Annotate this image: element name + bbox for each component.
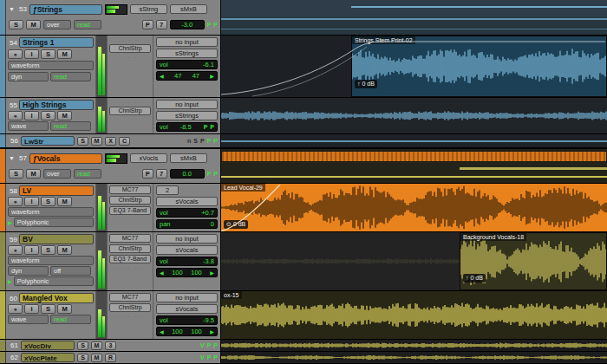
empty-insert-slots[interactable]: · · · — [109, 55, 151, 60]
volume-readout[interactable]: vol-8.5PP — [156, 122, 218, 132]
lead-vocal-lane[interactable]: Lead Vocal-29 ⊙0 dB — [221, 184, 607, 231]
solo-button[interactable]: S — [9, 169, 23, 179]
dyn-selector[interactable]: dyn — [8, 72, 49, 81]
input-monitor-button[interactable]: I — [24, 304, 39, 314]
empty-insert-slots[interactable]: · · · — [109, 37, 151, 42]
track-name[interactable]: Strings 1 — [19, 37, 94, 48]
record-arm-button[interactable]: ● — [8, 245, 23, 255]
volume-readout[interactable]: vol-6.1 — [156, 60, 218, 69]
insert-chnlstrp[interactable]: ChnlStrp — [109, 44, 151, 53]
output-selector[interactable]: sStrng — [130, 4, 167, 14]
input-selector[interactable]: no input — [156, 100, 218, 109]
insert-mc77[interactable]: MC77 — [109, 293, 151, 302]
track-name[interactable]: ƒVocals — [29, 153, 102, 164]
bv-lane[interactable]: Background Vocals-18 ↑0 dB — [221, 232, 607, 290]
input-selector[interactable]: no input — [156, 37, 218, 47]
automation-mode[interactable]: off — [50, 266, 91, 276]
input-monitor-button[interactable]: I — [24, 49, 39, 59]
volume-readout[interactable]: -3.0 — [170, 20, 205, 29]
audio-region-bg-vocals[interactable]: Background Vocals-18 ↑0 dB — [460, 232, 607, 290]
input-selector[interactable]: no input — [156, 234, 218, 244]
mute-button[interactable]: M — [26, 169, 41, 179]
output-selector[interactable]: xVocls — [130, 153, 167, 163]
track-view-selector[interactable]: wave — [8, 121, 49, 131]
insert-chnlstrp[interactable]: ChnlStrp — [109, 303, 151, 312]
high-strings-lane[interactable] — [221, 98, 607, 133]
volume-readout[interactable]: 0.0 — [170, 169, 205, 179]
track-name[interactable]: LV — [19, 185, 94, 196]
output-selector[interactable]: sStrings — [156, 111, 218, 120]
lwstr-lane[interactable] — [221, 134, 607, 147]
track-name[interactable]: ƒStrings — [29, 4, 102, 15]
elastic-audio-selector[interactable]: Polyphonic — [14, 276, 94, 286]
automation-read[interactable]: read — [74, 169, 101, 179]
mini-button-x[interactable]: X — [105, 137, 116, 146]
track-name[interactable]: BV — [19, 234, 94, 244]
solo-button[interactable]: S — [9, 20, 23, 29]
pan-link-button[interactable]: 7 — [156, 169, 167, 179]
insert-eq3[interactable]: EQ3 7-Band — [109, 255, 151, 263]
output-selector[interactable]: sVocals — [156, 304, 218, 314]
mute-button[interactable]: M — [26, 20, 41, 29]
volume-readout[interactable]: vol-3.8 — [156, 257, 218, 266]
input-monitor-button[interactable]: I — [24, 245, 39, 255]
automation-mode[interactable]: over — [43, 20, 71, 29]
automation-mode[interactable]: over — [43, 169, 71, 179]
record-arm-button[interactable]: ● — [8, 111, 23, 120]
folder-disclosure-icon[interactable]: ▼ — [9, 6, 15, 12]
mute-button[interactable]: M — [57, 304, 72, 314]
empty-insert-slots[interactable]: · · · — [109, 100, 151, 105]
automation-read[interactable]: read — [74, 20, 101, 29]
pan-link-button[interactable]: 7 — [156, 20, 167, 29]
insert-eq3[interactable]: EQ3 7-Band — [109, 206, 151, 215]
empty-insert-slots[interactable]: · · · — [109, 265, 151, 270]
dyn-selector[interactable]: dyn — [8, 266, 49, 276]
record-arm-button[interactable]: ● — [8, 304, 23, 314]
track-view-selector[interactable]: waveform — [8, 61, 94, 70]
clip-gain-badge[interactable]: ↑0 dB — [463, 274, 486, 283]
pan-button[interactable]: P — [142, 169, 153, 179]
track-name[interactable]: xVocDiv — [21, 341, 75, 350]
solo-button[interactable]: S — [41, 245, 55, 255]
folder-disclosure-icon[interactable]: ▼ — [9, 155, 15, 161]
bus-selector[interactable]: sMxB — [170, 4, 207, 14]
xvocplate-lane[interactable] — [221, 352, 607, 363]
mute-button[interactable]: M — [91, 354, 102, 362]
track-view-selector[interactable]: wave — [8, 315, 49, 324]
volume-readout[interactable]: vol+0.7 — [156, 208, 218, 218]
track-view-selector[interactable]: waveform — [8, 207, 94, 217]
pan-readout[interactable]: pan0 — [156, 219, 218, 229]
mini-button-3[interactable]: 3 — [105, 341, 116, 350]
track-name[interactable]: xVocPlate — [21, 353, 75, 362]
insert-mc77[interactable]: MC77 — [109, 234, 151, 243]
output-selector[interactable]: sVocals — [156, 197, 218, 206]
pan-button[interactable]: P — [142, 20, 153, 29]
automation-mode[interactable]: read — [50, 315, 91, 324]
insert-chnlstrp[interactable]: ChnlStrp — [109, 107, 151, 115]
mangled-vox-lane[interactable]: ox-15 — [221, 291, 607, 339]
folder-strings-lane[interactable] — [221, 0, 607, 35]
xvocdiv-lane[interactable] — [221, 340, 607, 351]
track-name[interactable]: High Strings — [19, 100, 94, 110]
record-arm-button[interactable]: ● — [8, 49, 23, 59]
solo-button[interactable]: S — [41, 197, 55, 206]
mini-button-c[interactable]: C — [119, 137, 130, 146]
folder-vocals-lane[interactable] — [221, 149, 607, 183]
solo-button[interactable]: S — [41, 49, 55, 59]
record-arm-button[interactable]: ● — [8, 197, 23, 206]
clip-gain-badge[interactable]: ⊙0 dB — [224, 220, 248, 229]
solo-button[interactable]: S — [77, 354, 88, 362]
elastic-audio-selector[interactable]: Polyphonic — [14, 218, 94, 227]
volume-readout[interactable]: vol-9.5 — [156, 315, 218, 325]
mute-button[interactable]: M — [91, 137, 102, 146]
clip-gain-badge[interactable]: ↑0 dB — [355, 80, 377, 88]
input-selector[interactable]: no input — [156, 293, 218, 302]
mini-button-r[interactable]: R — [105, 354, 116, 362]
track-name[interactable]: LwStr — [21, 136, 75, 146]
solo-button[interactable]: S — [77, 341, 88, 350]
insert-mc77[interactable]: MC77 — [109, 185, 151, 194]
input-monitor-button[interactable]: I — [24, 111, 39, 120]
output-selector[interactable]: sStrings — [156, 49, 218, 58]
empty-insert-slots[interactable]: · · · — [109, 314, 151, 319]
automation-mode[interactable]: read — [50, 72, 91, 81]
